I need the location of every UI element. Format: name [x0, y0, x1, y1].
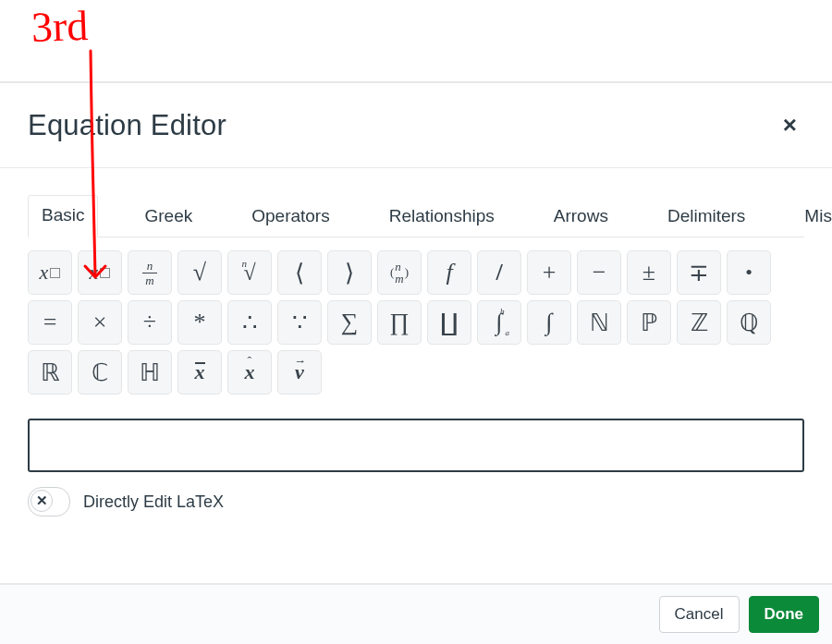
dialog-footer: Cancel Done: [0, 583, 832, 644]
tab-bar: Basic Greek Operators Relationships Arro…: [28, 194, 804, 237]
symbol-binomial[interactable]: (nm): [377, 250, 422, 295]
symbol-minus[interactable]: −: [577, 250, 621, 295]
symbol-x-bar[interactable]: x: [177, 350, 222, 395]
symbol-superscript[interactable]: x: [78, 250, 122, 295]
tab-arrows[interactable]: Arrows: [541, 197, 621, 237]
tab-greek[interactable]: Greek: [131, 197, 205, 237]
symbol-subscript[interactable]: x: [28, 250, 72, 295]
tab-basic[interactable]: Basic: [28, 195, 98, 237]
symbol-integers[interactable]: ℤ: [677, 300, 721, 345]
symbol-coproduct[interactable]: ∐: [427, 300, 471, 345]
symbol-bullet[interactable]: •: [727, 250, 771, 295]
latex-toggle[interactable]: ✕: [28, 487, 70, 516]
symbol-nthroot[interactable]: n√: [227, 250, 272, 295]
symbol-times[interactable]: ×: [78, 300, 122, 345]
symbol-divide[interactable]: ÷: [128, 300, 172, 345]
symbol-plusminus[interactable]: ±: [627, 250, 671, 295]
symbol-primes[interactable]: ℙ: [627, 300, 671, 345]
symbol-toolbar: x x nm √ n√ ⟨ ⟩ (nm) f / + − ± ∓ • = × ÷…: [28, 250, 804, 395]
symbol-equals[interactable]: =: [28, 300, 72, 345]
toggle-knob-x-icon: ✕: [31, 490, 53, 512]
close-icon[interactable]: ×: [776, 107, 804, 143]
symbol-x-hat[interactable]: ˆx: [227, 350, 272, 395]
symbol-minusplus[interactable]: ∓: [677, 250, 721, 295]
symbol-plus[interactable]: +: [527, 250, 571, 295]
symbol-reals[interactable]: ℝ: [28, 350, 72, 395]
symbol-product[interactable]: ∏: [377, 300, 422, 345]
dialog-title: Equation Editor: [28, 109, 776, 142]
symbol-sum[interactable]: ∑: [327, 300, 372, 345]
symbol-slash[interactable]: /: [477, 250, 521, 295]
symbol-asterisk[interactable]: *: [177, 300, 222, 345]
symbol-fraction[interactable]: nm: [128, 250, 172, 295]
symbol-sqrt[interactable]: √: [177, 250, 222, 295]
tab-relationships[interactable]: Relationships: [376, 197, 508, 237]
tab-misc[interactable]: Misc: [791, 197, 832, 237]
symbol-definite-integral[interactable]: ∫ba: [477, 300, 521, 345]
tab-delimiters[interactable]: Delimiters: [655, 197, 758, 237]
symbol-langle[interactable]: ⟨: [277, 250, 322, 295]
symbol-rationals[interactable]: ℚ: [727, 300, 771, 345]
symbol-therefore[interactable]: ∴: [227, 300, 272, 345]
equation-input[interactable]: [28, 419, 804, 472]
cancel-button[interactable]: Cancel: [659, 596, 740, 633]
symbol-because[interactable]: ∵: [277, 300, 322, 345]
symbol-integral[interactable]: ∫: [527, 300, 571, 345]
latex-toggle-label: Directly Edit LaTeX: [83, 492, 224, 512]
symbol-rangle[interactable]: ⟩: [327, 250, 372, 295]
done-button[interactable]: Done: [749, 596, 820, 633]
symbol-complex[interactable]: ℂ: [78, 350, 122, 395]
symbol-naturals[interactable]: ℕ: [577, 300, 621, 345]
symbol-v-vector[interactable]: →v: [277, 350, 322, 395]
symbol-quaternions[interactable]: ℍ: [128, 350, 172, 395]
symbol-function-f[interactable]: f: [427, 250, 471, 295]
tab-operators[interactable]: Operators: [239, 197, 342, 237]
